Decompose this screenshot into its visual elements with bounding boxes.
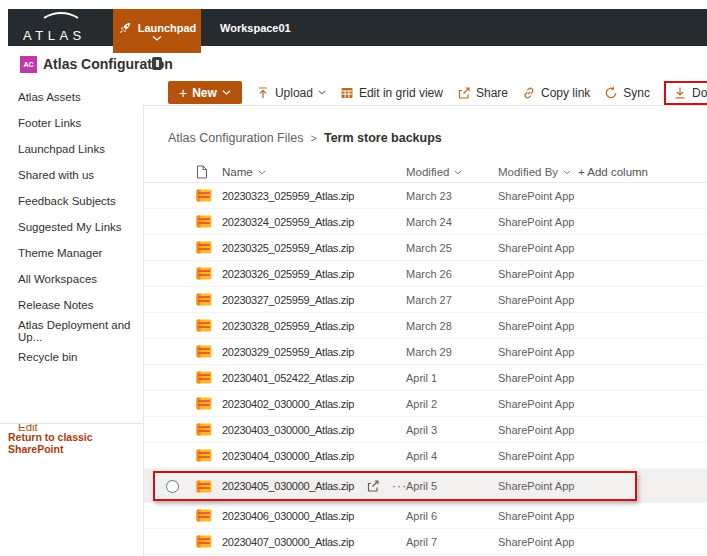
- modified-cell: April 5: [406, 480, 498, 492]
- file-name-link[interactable]: 20230328_025959_Atlas.zip: [222, 320, 354, 332]
- top-suite-bar: ATLAS Launchpad Workspace01: [8, 9, 707, 46]
- table-row[interactable]: 20230405_030000_Atlas.zip ··· April 5 Sh…: [144, 469, 707, 503]
- zip-file-icon: [196, 241, 222, 254]
- breadcrumb: Atlas Configuration Files > Term store b…: [168, 131, 442, 145]
- zip-file-icon: [196, 371, 222, 384]
- download-label: Download: [692, 86, 707, 100]
- file-name-link[interactable]: 20230405_030000_Atlas.zip: [222, 480, 354, 492]
- table-row[interactable]: 20230401_052422_Atlas.zip ··· April 1 Sh…: [144, 365, 707, 391]
- column-header-modified-by[interactable]: Modified By: [498, 166, 578, 178]
- modified-by-cell: SharePoint App: [498, 372, 578, 384]
- sidebar-item[interactable]: Shared with us: [0, 162, 143, 188]
- upload-button[interactable]: Upload: [256, 86, 326, 100]
- file-name-link[interactable]: 20230401_052422_Atlas.zip: [222, 372, 354, 384]
- table-row[interactable]: 20230326_025959_Atlas.zip ··· March 26 S…: [144, 261, 707, 287]
- sidebar-item[interactable]: Atlas Deployment and Up...: [0, 318, 143, 344]
- file-name-link[interactable]: 20230323_025959_Atlas.zip: [222, 190, 354, 202]
- zip-file-icon: [196, 509, 222, 522]
- table-row[interactable]: 20230328_025959_Atlas.zip ··· March 28 S…: [144, 313, 707, 339]
- modified-cell: April 2: [406, 398, 498, 410]
- edit-in-grid-view-button[interactable]: Edit in grid view: [340, 86, 443, 100]
- breadcrumb-parent[interactable]: Atlas Configuration Files: [168, 131, 303, 145]
- modified-cell: March 25: [406, 242, 498, 254]
- column-header-modified[interactable]: Modified: [406, 166, 498, 178]
- table-header: Name Modified Modified By: [144, 162, 707, 183]
- grid-icon: [340, 86, 354, 100]
- modified-cell: April 4: [406, 450, 498, 462]
- share-icon[interactable]: [366, 479, 380, 493]
- launchpad-button[interactable]: Launchpad: [113, 9, 201, 53]
- table-row[interactable]: 20230406_030000_Atlas.zip ··· April 6 Sh…: [144, 503, 707, 529]
- chevron-down-icon: [152, 36, 162, 41]
- modified-by-cell: SharePoint App: [498, 294, 578, 306]
- plus-icon: +: [179, 86, 187, 100]
- download-icon: [673, 86, 687, 100]
- sidebar: Atlas Assets Footer Links Launchpad Link…: [0, 80, 143, 556]
- table-row[interactable]: 20230403_030000_Atlas.zip ··· April 3 Sh…: [144, 417, 707, 443]
- sidebar-item[interactable]: Recycle bin: [0, 344, 143, 370]
- table-row[interactable]: 20230404_030000_Atlas.zip ··· April 4 Sh…: [144, 443, 707, 469]
- table-row[interactable]: 20230407_030000_Atlas.zip ··· April 7 Sh…: [144, 529, 707, 555]
- tab-workspace01[interactable]: Workspace01: [220, 9, 291, 46]
- file-name-link[interactable]: 20230329_025959_Atlas.zip: [222, 346, 354, 358]
- table-row[interactable]: 20230323_025959_Atlas.zip ··· March 23 S…: [144, 183, 707, 209]
- zip-file-icon: [196, 449, 222, 462]
- site-logo-badge[interactable]: AC: [20, 56, 37, 73]
- sidebar-nav: Atlas Assets Footer Links Launchpad Link…: [0, 84, 143, 370]
- new-button[interactable]: + New: [168, 81, 242, 104]
- table-row[interactable]: 20230329_025959_Atlas.zip ··· March 29 S…: [144, 339, 707, 365]
- file-name-link[interactable]: 20230327_025959_Atlas.zip: [222, 294, 354, 306]
- sync-button[interactable]: Sync: [604, 86, 650, 100]
- upload-label: Upload: [275, 86, 313, 100]
- zip-file-icon: [196, 480, 222, 493]
- modified-cell: March 24: [406, 216, 498, 228]
- sidebar-item[interactable]: Theme Manager: [0, 240, 143, 266]
- table-row[interactable]: 20230324_025959_Atlas.zip ··· March 24 S…: [144, 209, 707, 235]
- share-label: Share: [476, 86, 508, 100]
- row-select-radio[interactable]: [166, 480, 179, 493]
- sidebar-item[interactable]: Feedback Subjects: [0, 188, 143, 214]
- file-name-link[interactable]: 20230326_025959_Atlas.zip: [222, 268, 354, 280]
- modified-by-cell: SharePoint App: [498, 480, 578, 492]
- share-icon: [457, 86, 471, 100]
- file-name-link[interactable]: 20230404_030000_Atlas.zip: [222, 450, 354, 462]
- file-name-link[interactable]: 20230406_030000_Atlas.zip: [222, 510, 354, 522]
- file-name-link[interactable]: 20230403_030000_Atlas.zip: [222, 424, 354, 436]
- more-options-icon[interactable]: ···: [392, 479, 407, 493]
- table-row[interactable]: 20230327_025959_Atlas.zip ··· March 27 S…: [144, 287, 707, 313]
- sidebar-item[interactable]: Footer Links: [0, 110, 143, 136]
- modified-cell: March 26: [406, 268, 498, 280]
- modified-by-cell: SharePoint App: [498, 268, 578, 280]
- modified-cell: March 29: [406, 346, 498, 358]
- atlas-logo-text: ATLAS: [23, 28, 86, 43]
- add-column-button[interactable]: + Add column: [578, 166, 648, 178]
- sidebar-item[interactable]: Launchpad Links: [0, 136, 143, 162]
- sidebar-item[interactable]: Suggested My Links: [0, 214, 143, 240]
- table-row[interactable]: 20230402_030000_Atlas.zip ··· April 2 Sh…: [144, 391, 707, 417]
- share-button[interactable]: Share: [457, 86, 508, 100]
- sidebar-item[interactable]: All Workspaces: [0, 266, 143, 292]
- file-name-link[interactable]: 20230324_025959_Atlas.zip: [222, 216, 354, 228]
- sidebar-item[interactable]: Release Notes: [0, 292, 143, 318]
- file-name-link[interactable]: 20230325_025959_Atlas.zip: [222, 242, 354, 254]
- return-to-classic-link[interactable]: Return to classic SharePoint: [8, 431, 143, 455]
- column-header-name[interactable]: Name: [222, 166, 266, 178]
- sync-label: Sync: [623, 86, 650, 100]
- link-icon: [522, 86, 536, 100]
- sync-icon: [604, 86, 618, 100]
- sidebar-item[interactable]: Atlas Assets: [0, 84, 143, 110]
- rocket-icon: [118, 21, 132, 35]
- download-button[interactable]: Download: [673, 86, 707, 100]
- table-row[interactable]: 20230325_025959_Atlas.zip ··· March 25 S…: [144, 235, 707, 261]
- sharepoint-page: ATLAS Launchpad Workspace01 AC At: [0, 0, 707, 556]
- office-app-icon: [152, 57, 162, 70]
- chevron-down-icon: [454, 170, 462, 175]
- file-name-link[interactable]: 20230402_030000_Atlas.zip: [222, 398, 354, 410]
- file-name-link[interactable]: 20230407_030000_Atlas.zip: [222, 536, 354, 548]
- chevron-down-icon: [318, 90, 326, 95]
- command-bar: + New Upload: [144, 80, 707, 106]
- breadcrumb-current: Term store backups: [324, 131, 442, 145]
- copy-link-button[interactable]: Copy link: [522, 86, 590, 100]
- modified-cell: April 6: [406, 510, 498, 522]
- zip-file-icon: [196, 267, 222, 280]
